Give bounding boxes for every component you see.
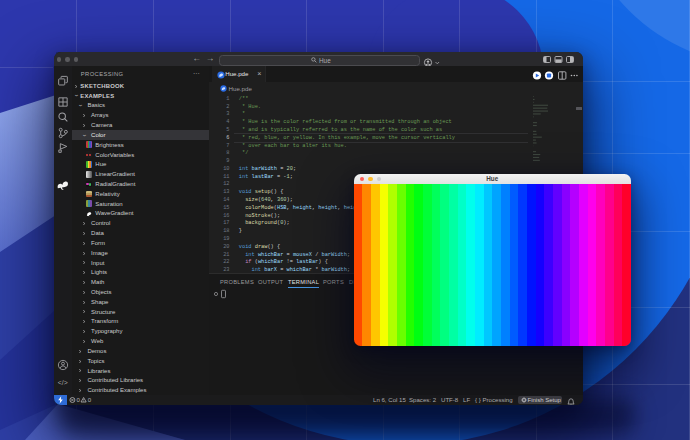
svg-text:0: 0 [77,396,81,403]
svg-text:0: 0 [88,396,92,403]
